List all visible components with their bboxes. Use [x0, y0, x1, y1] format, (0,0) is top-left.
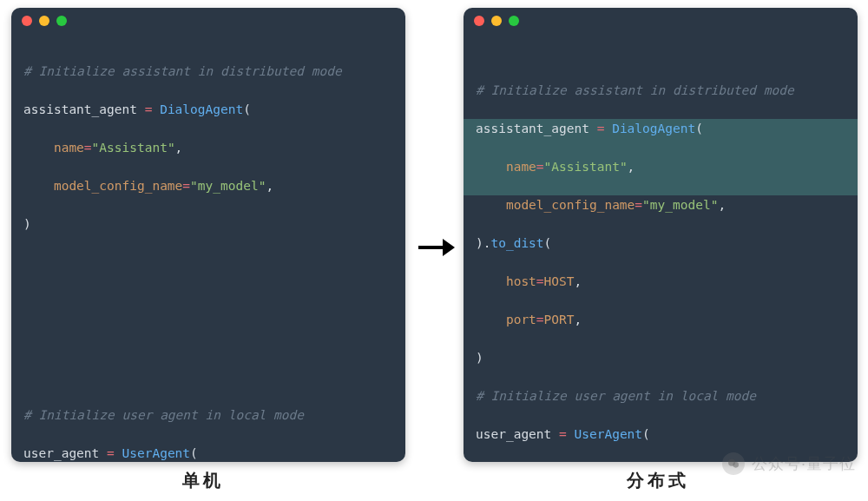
- traffic-light-minimize-icon: [491, 16, 502, 26]
- svg-point-3: [733, 462, 739, 468]
- caption-standalone: 单机: [182, 469, 224, 492]
- traffic-light-minimize-icon: [39, 16, 49, 26]
- code-body: # Initialize assistant in distributed mo…: [464, 34, 858, 462]
- comment: # Initialize user agent in local mode: [476, 389, 756, 403]
- traffic-light-zoom-icon: [509, 16, 519, 26]
- comment: # Initialize assistant in distributed mo…: [476, 83, 794, 97]
- code-window-standalone: # Initialize assistant in distributed mo…: [11, 8, 405, 462]
- caption-distributed: 分布式: [627, 469, 689, 492]
- svg-marker-1: [443, 239, 455, 256]
- arrow-right-icon: [417, 236, 455, 259]
- traffic-light-close-icon: [22, 16, 32, 26]
- comment: # Initialize assistant in distributed mo…: [23, 64, 342, 78]
- traffic-light-zoom-icon: [56, 16, 67, 26]
- code-window-distributed: # Initialize assistant in distributed mo…: [464, 8, 858, 462]
- comment: # Initialize user agent in local mode: [23, 408, 304, 422]
- traffic-light-close-icon: [474, 16, 484, 26]
- window-titlebar: [464, 8, 858, 34]
- window-titlebar: [11, 8, 405, 34]
- comparison-figure: # Initialize assistant in distributed mo…: [0, 0, 868, 501]
- code-body: # Initialize assistant in distributed mo…: [11, 34, 405, 462]
